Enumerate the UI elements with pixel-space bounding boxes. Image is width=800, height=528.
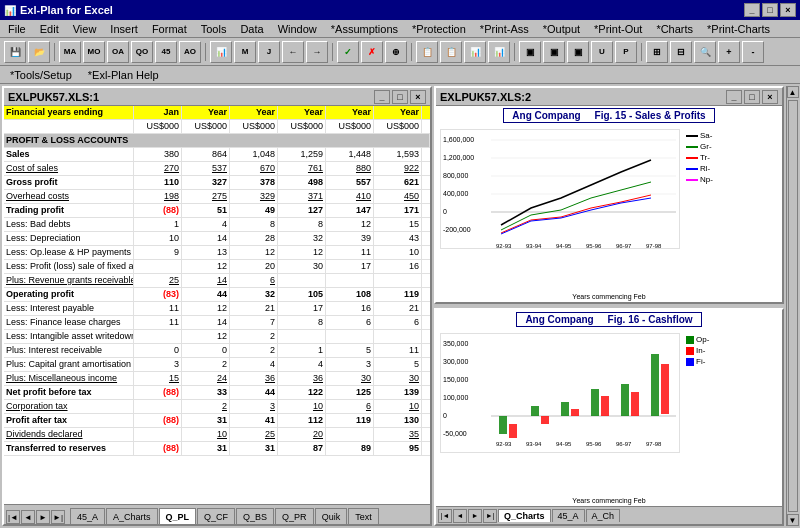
right-tab-45a[interactable]: 45_A [552, 509, 585, 522]
tab-qpl[interactable]: Q_PL [159, 508, 197, 524]
u-button[interactable]: U [591, 41, 613, 63]
tab-nav-last[interactable]: ►| [51, 510, 65, 524]
table-row[interactable]: Plus: Revenue grants receivable 25 14 6 [4, 274, 430, 288]
grid-plus-button[interactable]: ⊞ [646, 41, 668, 63]
oa-button[interactable]: OA [107, 41, 129, 63]
table-row[interactable]: Profit after tax (88) 31 41 112 119 130 [4, 414, 430, 428]
check-button[interactable]: ✓ [337, 41, 359, 63]
table-row[interactable]: Net profit before tax (88) 33 44 122 125… [4, 386, 430, 400]
zoom-button[interactable]: 🔍 [694, 41, 716, 63]
menu-output[interactable]: *Output [537, 22, 586, 36]
save-button[interactable]: 💾 [4, 41, 26, 63]
table-row[interactable]: Overhead costs 198 275 329 371 410 450 [4, 190, 430, 204]
menu-charts[interactable]: *Charts [650, 22, 699, 36]
grid-minus-button[interactable]: ⊟ [670, 41, 692, 63]
tools-setup-menu[interactable]: *Tools/Setup [4, 68, 78, 82]
menu-format[interactable]: Format [146, 22, 193, 36]
left-close-button[interactable]: × [410, 90, 426, 104]
zoom-out-button[interactable]: - [742, 41, 764, 63]
table-row[interactable]: Less: Profit (loss) sale of fixed ass 12… [4, 260, 430, 274]
menu-print-charts[interactable]: *Print-Charts [701, 22, 776, 36]
menu-file[interactable]: File [2, 22, 32, 36]
tab-acharts[interactable]: A_Charts [106, 508, 158, 524]
chart1-minimize[interactable]: _ [726, 90, 742, 104]
menu-insert[interactable]: Insert [104, 22, 144, 36]
table-row[interactable]: Operating profit (83) 44 32 105 108 119 [4, 288, 430, 302]
ma-button[interactable]: MA [59, 41, 81, 63]
chart1-close[interactable]: × [762, 90, 778, 104]
right-tab-qcharts[interactable]: Q_Charts [498, 509, 551, 522]
table-row[interactable]: Plus: Miscellaneous income 15 24 36 36 3… [4, 372, 430, 386]
table-row[interactable]: Less: Bad debts 1 4 8 8 12 15 [4, 218, 430, 232]
chart2-button[interactable]: 📊 [488, 41, 510, 63]
back-button[interactable]: ← [282, 41, 304, 63]
zoom-in-button[interactable]: + [718, 41, 740, 63]
table-row[interactable]: Plus: Interest receivable 0 0 2 1 5 11 [4, 344, 430, 358]
table-row[interactable]: Less: Interest payable 11 12 21 17 16 21 [4, 302, 430, 316]
m-button[interactable]: M [234, 41, 256, 63]
right-tab-nav-last[interactable]: ►| [483, 509, 497, 523]
left-maximize-button[interactable]: □ [392, 90, 408, 104]
chart1-maximize[interactable]: □ [744, 90, 760, 104]
table-row[interactable]: Transferred to reserves (88) 31 31 87 89… [4, 442, 430, 456]
table-row[interactable]: Trading profit (88) 51 49 127 147 171 [4, 204, 430, 218]
tab-text[interactable]: Text [348, 508, 379, 524]
table-row[interactable]: Less: Depreciation 10 14 28 32 39 43 [4, 232, 430, 246]
table-row[interactable]: Less: Op.lease & HP payments 9 13 12 12 … [4, 246, 430, 260]
right-tab-nav-first[interactable]: |◄ [438, 509, 452, 523]
forward-button[interactable]: → [306, 41, 328, 63]
close-button[interactable]: × [780, 3, 796, 17]
tab-nav-prev[interactable]: ◄ [21, 510, 35, 524]
table-row[interactable]: Less: Intangible asset writedowns 12 2 [4, 330, 430, 344]
table-row[interactable]: Corporation tax 2 3 10 6 10 [4, 400, 430, 414]
tab-qpr[interactable]: Q_PR [275, 508, 314, 524]
45-button[interactable]: 45 [155, 41, 177, 63]
tab-nav-first[interactable]: |◄ [6, 510, 20, 524]
menu-edit[interactable]: Edit [34, 22, 65, 36]
circle-button[interactable]: ⊕ [385, 41, 407, 63]
ao-button[interactable]: AO [179, 41, 201, 63]
tab-nav-next[interactable]: ► [36, 510, 50, 524]
menu-view[interactable]: View [67, 22, 103, 36]
j-button[interactable]: J [258, 41, 280, 63]
box1-button[interactable]: ▣ [519, 41, 541, 63]
tab-qcf[interactable]: Q_CF [197, 508, 235, 524]
table-row[interactable]: Cost of sales 270 537 670 761 880 922 [4, 162, 430, 176]
table-row[interactable]: Plus: Capital grant amortisation 3 2 4 4… [4, 358, 430, 372]
scroll-down-button[interactable]: ▼ [787, 514, 799, 526]
p-button[interactable]: P [615, 41, 637, 63]
table-row[interactable]: Dividends declared 10 25 20 35 [4, 428, 430, 442]
scroll-thumb[interactable] [788, 100, 798, 512]
menu-data[interactable]: Data [234, 22, 269, 36]
tab-quik[interactable]: Quik [315, 508, 348, 524]
minimize-button[interactable]: _ [744, 3, 760, 17]
menu-assumptions[interactable]: *Assumptions [325, 22, 404, 36]
menu-print-out[interactable]: *Print-Out [588, 22, 648, 36]
tab-qbs[interactable]: Q_BS [236, 508, 274, 524]
mo-button[interactable]: MO [83, 41, 105, 63]
menu-protection[interactable]: *Protection [406, 22, 472, 36]
box3-button[interactable]: ▣ [567, 41, 589, 63]
exlplan-help-menu[interactable]: *Exl-Plan Help [82, 68, 165, 82]
right-tab-ach[interactable]: A_Ch [586, 509, 621, 522]
right-tab-nav-next[interactable]: ► [468, 509, 482, 523]
chart-button[interactable]: 📊 [210, 41, 232, 63]
bar-chart-button[interactable]: 📊 [464, 41, 486, 63]
table-row[interactable]: Sales 380 864 1,048 1,259 1,448 1,593 [4, 148, 430, 162]
scroll-up-button[interactable]: ▲ [787, 86, 799, 98]
qo-button[interactable]: QO [131, 41, 153, 63]
maximize-button[interactable]: □ [762, 3, 778, 17]
box2-button[interactable]: ▣ [543, 41, 565, 63]
right-tab-nav-prev[interactable]: ◄ [453, 509, 467, 523]
tab-45a[interactable]: 45_A [70, 508, 105, 524]
left-minimize-button[interactable]: _ [374, 90, 390, 104]
table-row[interactable]: Less: Finance lease charges 11 14 7 8 6 … [4, 316, 430, 330]
open-button[interactable]: 📂 [28, 41, 50, 63]
x-button[interactable]: ✗ [361, 41, 383, 63]
menu-window[interactable]: Window [272, 22, 323, 36]
table-row[interactable]: Gross profit 110 327 378 498 557 621 [4, 176, 430, 190]
menu-print-ass[interactable]: *Print-Ass [474, 22, 535, 36]
copy-button[interactable]: 📋 [416, 41, 438, 63]
paste-button[interactable]: 📋 [440, 41, 462, 63]
menu-tools[interactable]: Tools [195, 22, 233, 36]
